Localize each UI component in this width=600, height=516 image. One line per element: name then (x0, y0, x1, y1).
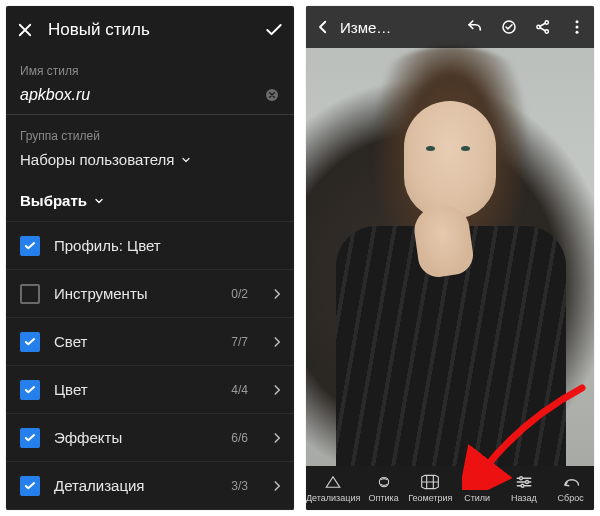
row-count: 4/4 (231, 383, 248, 397)
chevron-right-icon (270, 431, 284, 445)
chevron-right-icon (270, 287, 284, 301)
lens-icon (375, 473, 393, 491)
right-panel: Изме… ДетализацияОптикаГеометрияСтилиНаз… (306, 6, 594, 510)
checkbox[interactable] (20, 428, 40, 448)
svg-point-5 (576, 20, 579, 23)
done-circle-icon[interactable] (500, 18, 518, 36)
settings-row[interactable]: Эффекты6/6 (6, 413, 294, 461)
tool-sliders[interactable]: Назад (501, 466, 548, 510)
back-icon[interactable] (314, 18, 332, 36)
clear-input-icon[interactable] (264, 87, 280, 103)
svg-point-11 (519, 477, 522, 480)
settings-row[interactable]: Профиль: Цвет (6, 221, 294, 269)
row-count: 0/2 (231, 287, 248, 301)
svg-point-12 (525, 481, 528, 484)
group-select[interactable]: Наборы пользователя (6, 147, 294, 184)
select-all[interactable]: Выбрать (6, 184, 294, 221)
more-icon[interactable] (568, 18, 586, 36)
tool-triangle[interactable]: Детализация (306, 466, 360, 510)
chevron-right-icon (270, 335, 284, 349)
style-name-input[interactable] (20, 82, 264, 108)
checkbox[interactable] (20, 236, 40, 256)
settings-row[interactable]: Свет7/7 (6, 317, 294, 365)
svg-point-6 (576, 26, 579, 29)
row-label: Цвет (54, 381, 217, 398)
tool-label: Назад (511, 493, 537, 503)
close-icon[interactable] (16, 21, 34, 39)
tool-label: Стили (464, 493, 490, 503)
left-panel: Новый стиль Имя стиля Группа стилей Набо… (6, 6, 294, 510)
undoarc-icon (562, 473, 580, 491)
right-header-actions (466, 18, 586, 36)
settings-row[interactable]: Инструменты0/2 (6, 269, 294, 317)
checkbox[interactable] (20, 476, 40, 496)
row-count: 7/7 (231, 335, 248, 349)
select-label: Выбрать (20, 192, 87, 209)
row-label: Эффекты (54, 429, 217, 446)
checkbox[interactable] (20, 332, 40, 352)
tool-label: Сброс (558, 493, 584, 503)
right-header: Изме… (306, 6, 594, 48)
triangle-icon (324, 473, 342, 491)
row-count: 3/3 (231, 479, 248, 493)
confirm-icon[interactable] (264, 20, 284, 40)
tool-label: Детализация (306, 493, 360, 503)
tool-label: Геометрия (408, 493, 452, 503)
chevron-right-icon (270, 383, 284, 397)
share-icon[interactable] (534, 18, 552, 36)
tool-grid[interactable]: Геометрия (407, 466, 454, 510)
settings-list: Профиль: ЦветИнструменты0/2Свет7/7Цвет4/… (6, 221, 294, 510)
tool-label: Оптика (369, 493, 399, 503)
bottom-toolbar: ДетализацияОптикаГеометрияСтилиНазадСбро… (306, 466, 594, 510)
grid-icon (420, 473, 440, 491)
photo-preview[interactable] (306, 6, 594, 466)
chevron-down-icon (93, 195, 105, 207)
checkbox[interactable] (20, 284, 40, 304)
settings-row[interactable]: Детализация3/3 (6, 461, 294, 509)
tool-circles[interactable]: Стили (454, 466, 501, 510)
row-label: Профиль: Цвет (54, 237, 284, 254)
sliders-icon (515, 473, 533, 491)
chevron-down-icon (180, 154, 192, 166)
right-title: Изме… (340, 19, 458, 36)
chevron-right-icon (270, 479, 284, 493)
circles-icon (468, 473, 486, 491)
name-label: Имя стиля (6, 54, 294, 82)
svg-point-7 (576, 31, 579, 34)
row-label: Свет (54, 333, 217, 350)
row-label: Детализация (54, 477, 217, 494)
undo-icon[interactable] (466, 18, 484, 36)
svg-point-13 (521, 484, 524, 487)
settings-row[interactable]: Оптика (6, 509, 294, 510)
tool-undoarc[interactable]: Сброс (547, 466, 594, 510)
group-value: Наборы пользователя (20, 151, 174, 168)
style-name-row (6, 82, 294, 115)
tool-lens[interactable]: Оптика (360, 466, 407, 510)
group-label: Группа стилей (6, 119, 294, 147)
left-header: Новый стиль (6, 6, 294, 54)
settings-row[interactable]: Цвет4/4 (6, 365, 294, 413)
row-count: 6/6 (231, 431, 248, 445)
row-label: Инструменты (54, 285, 217, 302)
checkbox[interactable] (20, 380, 40, 400)
left-title: Новый стиль (48, 20, 250, 40)
